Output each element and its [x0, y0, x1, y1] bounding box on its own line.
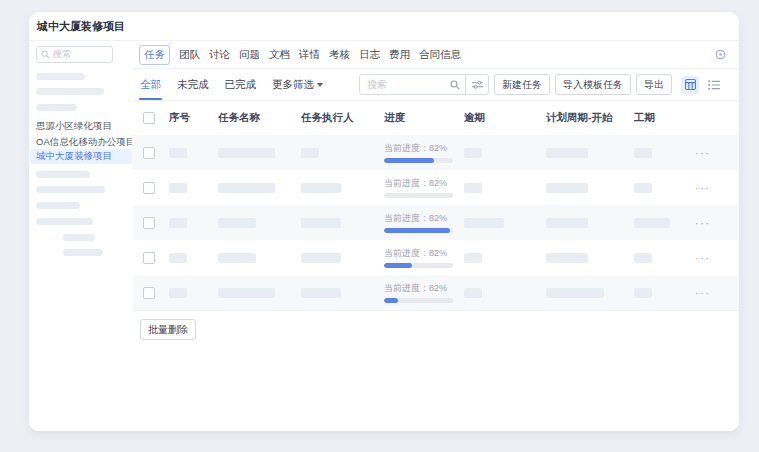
search-icon[interactable]	[445, 80, 465, 90]
table-row: 当前进度：82%···	[133, 205, 739, 240]
tab-item[interactable]: 详情	[299, 48, 320, 62]
column-header: 进度	[384, 111, 464, 125]
row-more-actions[interactable]: ···	[695, 182, 739, 194]
row-more-actions[interactable]: ···	[695, 147, 739, 159]
row-checkbox[interactable]	[143, 147, 155, 159]
row-more-actions[interactable]: ···	[695, 252, 739, 264]
progress-cell: 当前进度：82%	[384, 177, 464, 198]
progress-label: 当前进度：82%	[384, 282, 464, 295]
table-row: 当前进度：82%···	[133, 275, 739, 310]
skeleton-cell	[301, 148, 319, 158]
column-header: 任务执行人	[301, 111, 384, 125]
skeleton-cell	[546, 148, 588, 158]
skeleton-bar	[36, 218, 93, 225]
table-row: 当前进度：82%···	[133, 240, 739, 275]
skeleton-bar	[36, 104, 77, 111]
progress-bar-fill	[384, 298, 398, 303]
row-checkbox[interactable]	[143, 287, 155, 299]
progress-cell: 当前进度：82%	[384, 282, 464, 303]
tabs-container: 任务团队讨论问题文档详情考核日志费用合同信息	[139, 45, 461, 65]
progress-bar-track	[384, 298, 453, 303]
skeleton-bar	[63, 234, 95, 241]
progress-cell: 当前进度：82%	[384, 247, 464, 268]
progress-bar-fill	[384, 158, 434, 163]
chevron-down-icon	[317, 83, 323, 87]
skeleton-cell	[546, 183, 588, 193]
row-more-actions[interactable]: ···	[695, 217, 739, 229]
table-view-icon[interactable]	[681, 76, 699, 94]
progress-bar-fill	[384, 263, 412, 268]
filter-item[interactable]: 更多筛选	[272, 78, 323, 92]
list-view-icon[interactable]	[705, 76, 723, 94]
progress-bar-track	[384, 158, 453, 163]
skeleton-cell	[301, 288, 341, 298]
skeleton-cell	[464, 218, 504, 228]
toolbar-actions: 搜索 新建任务导入模板任务导出	[359, 74, 723, 95]
tab-item[interactable]: 任务	[139, 45, 170, 65]
task-toolbar: 全部未完成已完成更多筛选 搜索 新建任务导入模板任务导出	[133, 69, 739, 101]
progress-cell: 当前进度：82%	[384, 212, 464, 233]
skeleton-cell	[464, 183, 482, 193]
tabs-bar: 任务团队讨论问题文档详情考核日志费用合同信息	[133, 41, 739, 69]
progress-bar-fill	[384, 228, 450, 233]
toolbar-button[interactable]: 新建任务	[494, 74, 550, 95]
batch-delete-button[interactable]: 批量删除	[140, 319, 196, 340]
tab-item[interactable]: 文档	[269, 48, 290, 62]
filter-item[interactable]: 已完成	[225, 78, 257, 92]
row-more-actions[interactable]: ···	[695, 287, 739, 299]
skeleton-cell	[218, 183, 275, 193]
sidebar-project-item[interactable]: OA信息化移动办公项目	[30, 135, 132, 150]
skeleton-cell	[218, 148, 275, 158]
skeleton-cell	[464, 253, 482, 263]
column-header: 计划周期-开始	[546, 111, 634, 125]
skeleton-bar	[36, 73, 85, 80]
task-search-input[interactable]: 搜索	[359, 74, 489, 95]
skeleton-cell	[218, 253, 256, 263]
tab-item[interactable]: 团队	[179, 48, 200, 62]
sidebar-project-item[interactable]: 思源小区绿化项目	[30, 119, 132, 134]
column-header: 序号	[169, 111, 218, 125]
tab-item[interactable]: 讨论	[209, 48, 230, 62]
select-all-checkbox[interactable]	[143, 112, 155, 124]
circle-dot-icon[interactable]	[715, 49, 726, 60]
toolbar-button[interactable]: 导出	[636, 74, 672, 95]
skeleton-cell	[218, 288, 275, 298]
skeleton-cell	[169, 218, 187, 228]
tab-item[interactable]: 考核	[329, 48, 350, 62]
sidebar-project-item[interactable]: 城中大厦装修项目	[30, 149, 132, 164]
row-checkbox[interactable]	[143, 182, 155, 194]
status-filters: 全部未完成已完成更多筛选	[140, 78, 323, 92]
page-title: 城中大厦装修项目	[37, 19, 125, 34]
view-toggle	[681, 76, 723, 94]
advanced-filter-icon[interactable]	[465, 75, 488, 94]
skeleton-cell	[301, 253, 341, 263]
skeleton-cell	[169, 288, 187, 298]
toolbar-button[interactable]: 导入模板任务	[555, 74, 631, 95]
skeleton-cell	[634, 253, 652, 263]
filter-item[interactable]: 全部	[140, 78, 161, 92]
skeleton-cell	[218, 218, 256, 228]
column-header: 逾期	[464, 111, 546, 125]
skeleton-bar	[63, 249, 103, 256]
sidebar-search-placeholder: 搜索	[53, 48, 71, 61]
skeleton-cell	[634, 218, 670, 228]
row-checkbox[interactable]	[143, 252, 155, 264]
table-header: 序号 任务名称 任务执行人 进度 逾期 计划周期-开始 工期	[133, 101, 739, 135]
tab-item[interactable]: 日志	[359, 48, 380, 62]
tab-item[interactable]: 问题	[239, 48, 260, 62]
table-row: 当前进度：82%···	[133, 170, 739, 205]
filter-item[interactable]: 未完成	[177, 78, 209, 92]
skeleton-cell	[634, 183, 652, 193]
sidebar-search-input[interactable]: 搜索	[36, 46, 113, 63]
tab-item[interactable]: 合同信息	[419, 48, 461, 62]
progress-label: 当前进度：82%	[384, 142, 464, 155]
row-checkbox[interactable]	[143, 217, 155, 229]
progress-label: 当前进度：82%	[384, 212, 464, 225]
skeleton-bar	[36, 186, 105, 193]
progress-bar-track	[384, 263, 453, 268]
task-table-body: 当前进度：82%···当前进度：82%···当前进度：82%···当前进度：82…	[133, 135, 739, 311]
skeleton-cell	[464, 148, 482, 158]
progress-cell: 当前进度：82%	[384, 142, 464, 163]
skeleton-bar	[36, 88, 104, 95]
tab-item[interactable]: 费用	[389, 48, 410, 62]
